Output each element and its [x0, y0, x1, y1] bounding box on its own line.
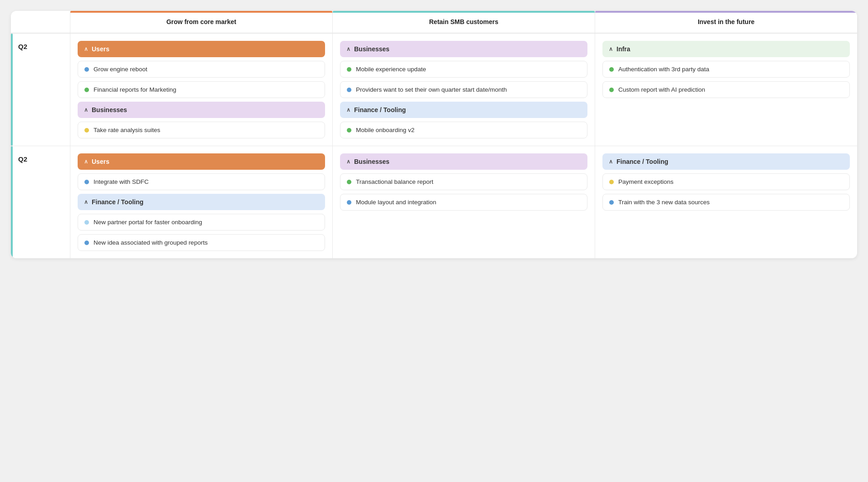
header-empty-cell	[11, 11, 70, 33]
item-text: Take rate analysis suites	[94, 127, 160, 133]
item-card[interactable]: Take rate analysis suites	[78, 122, 325, 138]
chevron-icon: ∧	[346, 46, 350, 52]
item-text: Transactional balance report	[356, 178, 434, 185]
item-card[interactable]: Transactional balance report	[340, 173, 587, 190]
group-title: Finance / Tooling	[92, 198, 143, 206]
item-card[interactable]: Authentication with 3rd party data	[602, 61, 850, 78]
header-col-3-label: Invest in the future	[698, 18, 755, 25]
item-text: Train with the 3 new data sources	[618, 199, 710, 206]
item-text: Payment exceptions	[618, 178, 674, 185]
group-title: Businesses	[92, 106, 127, 113]
status-dot	[84, 220, 89, 225]
item-text: Integrate with SDFC	[94, 178, 149, 185]
group-header[interactable]: ∧ Finance / Tooling	[78, 194, 325, 210]
status-dot	[347, 180, 351, 184]
item-card[interactable]: New partner portal for faster onboarding	[78, 214, 325, 231]
item-card[interactable]: Module layout and integration	[340, 194, 587, 211]
row-0-col-2: ∧ Businesses Mobile experience update Pr…	[332, 33, 595, 146]
header-col-1-label: Grow from core market	[166, 18, 236, 25]
item-text: Financial reports for Marketing	[94, 86, 176, 93]
group-title: Finance / Tooling	[354, 106, 406, 113]
item-card[interactable]: Financial reports for Marketing	[78, 81, 325, 98]
group-header[interactable]: ∧ Finance / Tooling	[602, 153, 850, 170]
group-header[interactable]: ∧ Infra	[602, 41, 850, 57]
item-text: Mobile experience update	[356, 66, 426, 73]
item-card[interactable]: Payment exceptions	[602, 173, 850, 190]
header-col-1: Grow from core market	[70, 11, 332, 33]
item-text: Authentication with 3rd party data	[618, 66, 709, 73]
row-0-col-1: ∧ Users Grow engine reboot Financial rep…	[70, 33, 332, 146]
status-dot	[609, 180, 614, 184]
status-dot	[84, 180, 89, 184]
status-dot	[609, 88, 614, 92]
board-header: Grow from core market Retain SMB custome…	[11, 11, 857, 33]
header-col-2-label: Retain SMB customers	[429, 18, 498, 25]
group-header[interactable]: ∧ Businesses	[78, 102, 325, 118]
chevron-icon: ∧	[609, 46, 613, 52]
group-header[interactable]: ∧ Users	[78, 41, 325, 57]
status-dot	[609, 200, 614, 205]
status-dot	[84, 67, 89, 72]
item-text: Custom report with AI prediction	[618, 86, 705, 93]
row-label-1: Q2	[11, 146, 70, 258]
group-title: Users	[92, 158, 109, 165]
item-text: Module layout and integration	[356, 199, 436, 206]
status-dot	[609, 67, 614, 72]
board: Grow from core market Retain SMB custome…	[11, 11, 857, 258]
status-dot	[347, 200, 351, 205]
group-header[interactable]: ∧ Businesses	[340, 41, 587, 57]
item-card[interactable]: Grow engine reboot	[78, 61, 325, 78]
group-header[interactable]: ∧ Finance / Tooling	[340, 102, 587, 118]
item-card[interactable]: Train with the 3 new data sources	[602, 194, 850, 211]
header-col-3: Invest in the future	[595, 11, 857, 33]
chevron-icon: ∧	[346, 107, 350, 113]
group-title: Businesses	[354, 158, 390, 165]
item-text: Grow engine reboot	[94, 66, 148, 73]
item-card[interactable]: Integrate with SDFC	[78, 173, 325, 190]
row-0-col-3: ∧ Infra Authentication with 3rd party da…	[595, 33, 857, 146]
header-col-2: Retain SMB customers	[332, 11, 595, 33]
chevron-icon: ∧	[84, 107, 88, 113]
item-card[interactable]: Custom report with AI prediction	[602, 81, 850, 98]
row-label-0: Q2	[11, 33, 70, 146]
status-dot	[84, 88, 89, 92]
group-title: Businesses	[354, 45, 390, 53]
chevron-icon: ∧	[609, 158, 613, 165]
item-card[interactable]: Providers want to set their own quarter …	[340, 81, 587, 98]
chevron-icon: ∧	[84, 46, 88, 52]
board-body: Q2 ∧ Users Grow engine reboot Financial …	[11, 33, 857, 258]
group-title: Users	[92, 45, 109, 53]
group-header[interactable]: ∧ Users	[78, 153, 325, 170]
status-dot	[347, 67, 351, 72]
row-1-col-3: ∧ Finance / Tooling Payment exceptions T…	[595, 146, 857, 258]
status-dot	[347, 88, 351, 92]
group-title: Infra	[616, 45, 630, 53]
item-text: New partner portal for faster onboarding	[94, 219, 202, 226]
chevron-icon: ∧	[346, 158, 350, 165]
chevron-icon: ∧	[84, 158, 88, 165]
item-card[interactable]: Mobile onboarding v2	[340, 122, 587, 138]
row-1-col-1: ∧ Users Integrate with SDFC ∧ Finance / …	[70, 146, 332, 258]
group-title: Finance / Tooling	[616, 158, 668, 165]
row-1-col-2: ∧ Businesses Transactional balance repor…	[332, 146, 595, 258]
item-card[interactable]: Mobile experience update	[340, 61, 587, 78]
item-text: New idea associated with grouped reports	[94, 239, 207, 246]
chevron-icon: ∧	[84, 199, 88, 205]
item-text: Providers want to set their own quarter …	[356, 86, 507, 93]
status-dot	[84, 241, 89, 245]
group-header[interactable]: ∧ Businesses	[340, 153, 587, 170]
item-text: Mobile onboarding v2	[356, 127, 414, 133]
item-card[interactable]: New idea associated with grouped reports	[78, 234, 325, 251]
status-dot	[347, 128, 351, 133]
status-dot	[84, 128, 89, 133]
